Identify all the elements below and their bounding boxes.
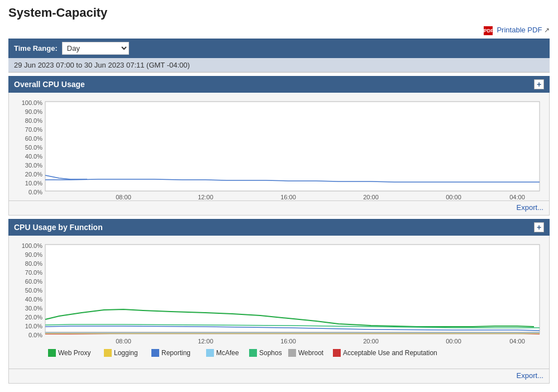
overall-cpu-section: Overall CPU Usage + 100.0% 90.0% 80.0% 7… xyxy=(8,76,550,216)
date-range-bar: 29 Jun 2023 07:00 to 30 Jun 2023 07:11 (… xyxy=(8,58,550,73)
svg-text:70.0%: 70.0% xyxy=(25,269,42,276)
svg-text:08:00: 08:00 xyxy=(116,338,131,345)
svg-rect-66 xyxy=(249,349,257,357)
svg-text:20.0%: 20.0% xyxy=(25,314,42,321)
svg-text:16:00: 16:00 xyxy=(280,194,296,200)
svg-text:20.0%: 20.0% xyxy=(25,171,42,178)
svg-text:10.0%: 10.0% xyxy=(25,323,42,329)
svg-text:100.0%: 100.0% xyxy=(22,99,43,106)
svg-text:08:00: 08:00 xyxy=(116,194,131,200)
svg-rect-64 xyxy=(206,349,214,357)
svg-text:50.0%: 50.0% xyxy=(25,287,42,294)
svg-text:Webroot: Webroot xyxy=(298,349,324,357)
overall-cpu-export-link[interactable]: Export... xyxy=(517,203,543,212)
svg-text:Reporting: Reporting xyxy=(161,349,190,357)
svg-text:30.0%: 30.0% xyxy=(25,162,42,169)
page-title: System-Capacity xyxy=(8,6,550,20)
svg-text:04:00: 04:00 xyxy=(509,194,525,200)
svg-text:70.0%: 70.0% xyxy=(25,126,42,133)
svg-text:50.0%: 50.0% xyxy=(25,144,42,151)
svg-rect-60 xyxy=(104,349,112,357)
svg-text:60.0%: 60.0% xyxy=(25,135,42,142)
svg-text:00:00: 00:00 xyxy=(446,338,461,345)
svg-text:100.0%: 100.0% xyxy=(22,242,43,249)
cpu-by-function-chart: 100.0% 90.0% 80.0% 70.0% 60.0% 50.0% 40.… xyxy=(8,236,550,369)
cpu-by-function-export-link[interactable]: Export... xyxy=(517,371,543,380)
svg-text:McAfee: McAfee xyxy=(216,349,239,357)
cpu-by-function-section: CPU Usage by Function + 100.0% 90.0% 80.… xyxy=(8,219,550,384)
svg-text:Web Proxy: Web Proxy xyxy=(58,349,90,357)
cpu-by-function-export: Export... xyxy=(8,369,550,384)
svg-text:10.0%: 10.0% xyxy=(25,180,42,187)
time-range-bar: Time Range: DayWeekMonth xyxy=(8,39,550,58)
pdf-icon: PDF xyxy=(484,26,493,35)
svg-rect-58 xyxy=(48,349,56,357)
svg-text:30.0%: 30.0% xyxy=(25,305,42,312)
svg-text:Acceptable Use and Reputation: Acceptable Use and Reputation xyxy=(343,349,437,357)
cpu-by-function-title: CPU Usage by Function xyxy=(14,223,103,232)
svg-text:12:00: 12:00 xyxy=(198,338,213,345)
svg-text:0.0%: 0.0% xyxy=(28,189,42,195)
svg-text:20:00: 20:00 xyxy=(363,338,379,345)
svg-text:Sophos: Sophos xyxy=(259,349,282,357)
svg-text:12:00: 12:00 xyxy=(198,194,213,200)
cpu-by-function-expand[interactable]: + xyxy=(534,222,544,232)
svg-text:80.0%: 80.0% xyxy=(25,260,42,267)
svg-text:40.0%: 40.0% xyxy=(25,153,42,160)
overall-cpu-header: Overall CPU Usage + xyxy=(8,76,550,93)
svg-rect-51 xyxy=(45,245,540,334)
svg-text:80.0%: 80.0% xyxy=(25,117,42,124)
svg-rect-68 xyxy=(288,349,296,357)
svg-text:20:00: 20:00 xyxy=(363,194,379,200)
cpu-by-function-header: CPU Usage by Function + xyxy=(8,219,550,236)
external-link-icon: ↗ xyxy=(544,26,550,34)
pdf-link-container: PDF Printable PDF ↗ xyxy=(8,26,550,35)
svg-text:Logging: Logging xyxy=(114,349,138,357)
printable-pdf-link[interactable]: Printable PDF xyxy=(497,26,542,34)
time-range-select[interactable]: DayWeekMonth xyxy=(62,42,129,55)
svg-text:90.0%: 90.0% xyxy=(25,251,42,258)
overall-cpu-export: Export... xyxy=(8,201,550,216)
svg-text:0.0%: 0.0% xyxy=(28,332,42,338)
svg-rect-62 xyxy=(151,349,159,357)
time-range-label: Time Range: xyxy=(14,44,58,52)
svg-text:16:00: 16:00 xyxy=(280,338,296,345)
overall-cpu-svg: 100.0% 90.0% 80.0% 70.0% 60.0% 50.0% 40.… xyxy=(15,97,548,200)
overall-cpu-chart: 100.0% 90.0% 80.0% 70.0% 60.0% 50.0% 40.… xyxy=(8,93,550,201)
overall-cpu-expand[interactable]: + xyxy=(534,79,544,89)
svg-rect-22 xyxy=(45,102,540,191)
svg-text:90.0%: 90.0% xyxy=(25,108,42,115)
overall-cpu-title: Overall CPU Usage xyxy=(14,80,85,89)
svg-text:40.0%: 40.0% xyxy=(25,296,42,303)
cpu-by-function-svg: 100.0% 90.0% 80.0% 70.0% 60.0% 50.0% 40.… xyxy=(15,240,548,369)
svg-text:00:00: 00:00 xyxy=(446,194,461,200)
svg-text:04:00: 04:00 xyxy=(509,338,525,345)
svg-text:60.0%: 60.0% xyxy=(25,278,42,285)
svg-rect-70 xyxy=(333,349,341,357)
